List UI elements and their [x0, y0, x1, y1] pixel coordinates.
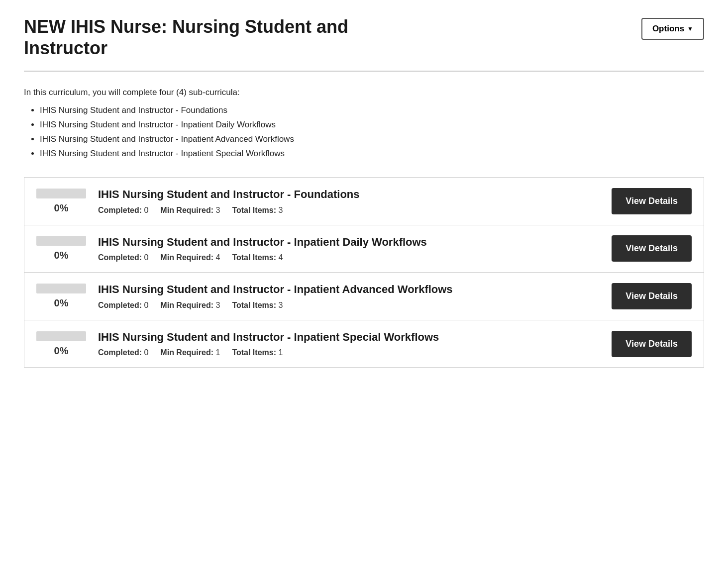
progress-percent: 0% — [54, 250, 69, 261]
options-button[interactable]: Options ▼ — [641, 18, 704, 40]
list-item: IHIS Nursing Student and Instructor - Fo… — [40, 103, 704, 118]
card-info: IHIS Nursing Student and Instructor - In… — [98, 283, 600, 310]
card-title: IHIS Nursing Student and Instructor - In… — [98, 235, 600, 250]
card-info: IHIS Nursing Student and Instructor - Fo… — [98, 188, 600, 215]
min-required-label: Min Required: — [160, 253, 213, 262]
total-items-field: Total Items: 1 — [232, 348, 283, 357]
progress-bar-container — [36, 331, 86, 341]
card-progress-area: 0% — [36, 284, 86, 309]
chevron-down-icon: ▼ — [687, 25, 693, 32]
total-items-label: Total Items: — [232, 301, 276, 309]
card-title: IHIS Nursing Student and Instructor - In… — [98, 283, 600, 297]
min-required-value: 1 — [215, 348, 220, 357]
list-item: IHIS Nursing Student and Instructor - In… — [40, 132, 704, 147]
progress-percent: 0% — [54, 345, 69, 357]
completed-value: 0 — [144, 301, 148, 309]
completed-label: Completed: — [98, 301, 142, 309]
total-items-value: 3 — [278, 206, 283, 214]
page-title: NEW IHIS Nurse: Nursing Student and Inst… — [24, 16, 432, 59]
card-info: IHIS Nursing Student and Instructor - In… — [98, 330, 600, 358]
card-title: IHIS Nursing Student and Instructor - Fo… — [98, 188, 600, 202]
card-title: IHIS Nursing Student and Instructor - In… — [98, 330, 600, 345]
min-required-label: Min Required: — [160, 206, 213, 214]
min-required-field: Min Required: 3 — [160, 301, 220, 310]
card-meta: Completed: 0 Min Required: 3 Total Items… — [98, 301, 600, 310]
card-meta: Completed: 0 Min Required: 4 Total Items… — [98, 253, 600, 262]
total-items-label: Total Items: — [232, 206, 276, 214]
description-intro: In this curriculum, you will complete fo… — [24, 88, 704, 97]
completed-label: Completed: — [98, 348, 142, 357]
completed-label: Completed: — [98, 253, 142, 262]
total-items-value: 3 — [278, 301, 283, 309]
min-required-field: Min Required: 3 — [160, 206, 220, 215]
progress-bar-container — [36, 236, 86, 246]
view-details-button[interactable]: View Details — [612, 331, 692, 357]
view-details-button[interactable]: View Details — [612, 188, 692, 214]
list-item: IHIS Nursing Student and Instructor - In… — [40, 118, 704, 132]
completed-field: Completed: 0 — [98, 348, 148, 357]
min-required-label: Min Required: — [160, 348, 213, 357]
options-label: Options — [652, 24, 684, 34]
curriculum-card: 0% IHIS Nursing Student and Instructor -… — [24, 273, 704, 320]
card-progress-area: 0% — [36, 236, 86, 261]
sub-curricula-list: IHIS Nursing Student and Instructor - Fo… — [24, 103, 704, 161]
completed-value: 0 — [144, 206, 148, 214]
view-details-button[interactable]: View Details — [612, 235, 692, 262]
total-items-label: Total Items: — [232, 253, 276, 262]
total-items-field: Total Items: 4 — [232, 253, 283, 262]
total-items-label: Total Items: — [232, 348, 276, 357]
card-meta: Completed: 0 Min Required: 3 Total Items… — [98, 206, 600, 215]
completed-value: 0 — [144, 348, 148, 357]
min-required-value: 3 — [215, 301, 220, 309]
progress-percent: 0% — [54, 297, 69, 309]
min-required-value: 4 — [215, 253, 220, 262]
min-required-value: 3 — [215, 206, 220, 214]
min-required-label: Min Required: — [160, 301, 213, 309]
min-required-field: Min Required: 1 — [160, 348, 220, 357]
curriculum-card: 0% IHIS Nursing Student and Instructor -… — [24, 320, 704, 368]
min-required-field: Min Required: 4 — [160, 253, 220, 262]
header-row: NEW IHIS Nurse: Nursing Student and Inst… — [24, 16, 704, 72]
list-item: IHIS Nursing Student and Instructor - In… — [40, 147, 704, 161]
curriculum-card: 0% IHIS Nursing Student and Instructor -… — [24, 225, 704, 273]
progress-bar-container — [36, 189, 86, 198]
completed-label: Completed: — [98, 206, 142, 214]
page-container: NEW IHIS Nurse: Nursing Student and Inst… — [0, 0, 728, 391]
completed-field: Completed: 0 — [98, 206, 148, 215]
progress-bar-container — [36, 284, 86, 293]
total-items-field: Total Items: 3 — [232, 206, 283, 215]
curricula-cards: 0% IHIS Nursing Student and Instructor -… — [24, 177, 704, 368]
total-items-field: Total Items: 3 — [232, 301, 283, 310]
card-progress-area: 0% — [36, 189, 86, 214]
total-items-value: 1 — [278, 348, 283, 357]
total-items-value: 4 — [278, 253, 283, 262]
curriculum-card: 0% IHIS Nursing Student and Instructor -… — [24, 177, 704, 225]
card-progress-area: 0% — [36, 331, 86, 357]
card-info: IHIS Nursing Student and Instructor - In… — [98, 235, 600, 263]
card-meta: Completed: 0 Min Required: 1 Total Items… — [98, 348, 600, 357]
description-section: In this curriculum, you will complete fo… — [24, 88, 704, 161]
view-details-button[interactable]: View Details — [612, 283, 692, 309]
completed-field: Completed: 0 — [98, 253, 148, 262]
completed-value: 0 — [144, 253, 148, 262]
progress-percent: 0% — [54, 202, 69, 214]
completed-field: Completed: 0 — [98, 301, 148, 310]
